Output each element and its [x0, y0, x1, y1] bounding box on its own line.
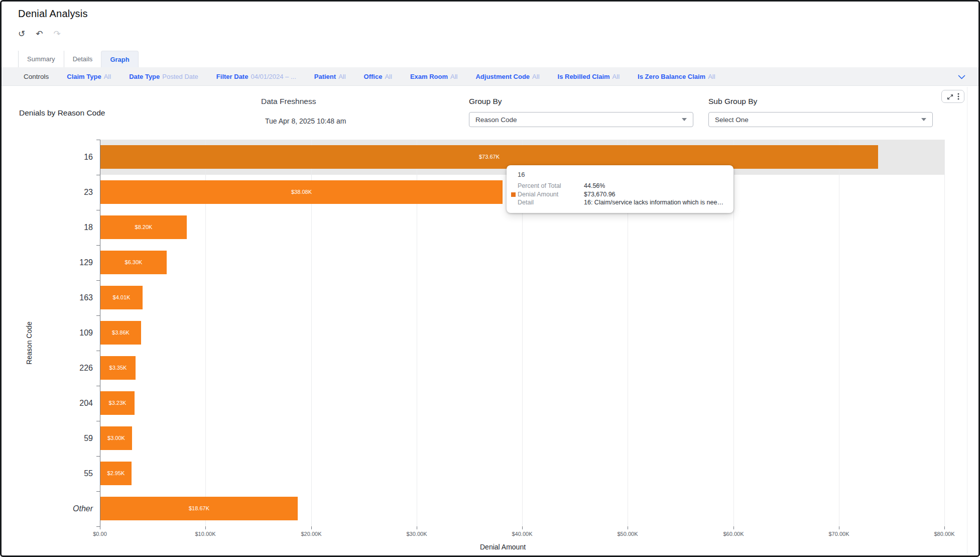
- tab-summary[interactable]: Summary: [18, 51, 64, 67]
- x-axis-tick-label: $80.00K: [923, 531, 965, 537]
- x-axis-tick: [944, 526, 945, 529]
- x-axis-tick-label: $20.00K: [290, 531, 332, 537]
- x-axis-tick: [311, 526, 312, 529]
- x-axis-tick: [205, 526, 206, 529]
- kebab-menu-icon[interactable]: [957, 93, 959, 100]
- bar-204[interactable]: [100, 391, 135, 415]
- x-axis-tick: [417, 526, 417, 529]
- tooltip-row-label: Denial Amount: [518, 190, 584, 199]
- filter-date-type[interactable]: Date TypePosted Date: [129, 73, 198, 80]
- filter-name: Claim Type: [67, 73, 101, 80]
- tab-details[interactable]: Details: [64, 51, 101, 67]
- sub-group-by-label: Sub Group By: [708, 97, 757, 106]
- filter-office[interactable]: OfficeAll: [364, 73, 392, 80]
- filter-value: All: [532, 73, 539, 80]
- chart-tooltip: 16 Percent of Total44.56%Denial Amount$7…: [507, 165, 733, 213]
- x-axis-tick-label: $50.00K: [606, 531, 649, 537]
- x-axis-tick-label: $40.00K: [501, 531, 543, 537]
- filter-adjustment-code[interactable]: Adjustment CodeAll: [475, 73, 539, 80]
- bar-other[interactable]: [100, 497, 298, 520]
- tab-graph[interactable]: Graph: [101, 51, 138, 67]
- filter-exam-room[interactable]: Exam RoomAll: [410, 73, 458, 80]
- filter-filter-date[interactable]: Filter Date04/01/2024 – ...: [216, 73, 296, 80]
- filter-name: Is Zero Balance Claim: [638, 73, 705, 80]
- filter-value: 04/01/2024 – ...: [251, 73, 296, 80]
- filter-name: Exam Room: [410, 73, 448, 80]
- bar-59[interactable]: [100, 426, 132, 450]
- chart-widget-title: Denials by Reason Code: [19, 108, 105, 118]
- filter-is-zero-balance-claim[interactable]: Is Zero Balance ClaimAll: [638, 73, 715, 80]
- y-axis-tick: [96, 491, 100, 492]
- x-axis-tick: [628, 526, 628, 529]
- bar-163[interactable]: [100, 286, 143, 309]
- filter-value: All: [708, 73, 715, 80]
- tooltip-row: Detail16: Claim/service lacks informatio…: [518, 198, 726, 207]
- y-axis-tick: [96, 526, 100, 527]
- data-freshness-value: Tue Apr 8, 2025 10:48 am: [265, 117, 346, 125]
- filter-name: Date Type: [129, 73, 160, 80]
- y-axis-tick: [96, 210, 100, 210]
- y-axis-tick: [96, 140, 100, 140]
- y-axis-label-16: 16: [50, 152, 93, 162]
- series-swatch-icon: [511, 192, 516, 197]
- group-by-selected-value: Reason Code: [475, 116, 517, 124]
- tooltip-row: Percent of Total44.56%: [518, 182, 726, 190]
- bar-226[interactable]: [100, 356, 136, 380]
- filter-value: All: [450, 73, 457, 80]
- bar-23[interactable]: [100, 180, 503, 204]
- expand-icon[interactable]: [947, 93, 953, 100]
- controls-collapse-chevron-icon[interactable]: [958, 73, 965, 81]
- x-axis-tick: [733, 526, 734, 529]
- tooltip-title: 16: [518, 171, 726, 178]
- filter-patient[interactable]: PatientAll: [314, 73, 346, 80]
- tooltip-row-value: 16: Claim/service lacks information whic…: [584, 198, 726, 207]
- redo-icon: ↷: [54, 30, 61, 38]
- reset-icon[interactable]: ↺: [18, 30, 25, 38]
- group-by-dropdown[interactable]: Reason Code: [469, 112, 693, 127]
- tooltip-rows: Percent of Total44.56%Denial Amount$73,6…: [518, 182, 726, 207]
- y-axis-label-109: 109: [50, 328, 93, 338]
- tooltip-row-label: Percent of Total: [518, 182, 584, 190]
- y-axis-tick: [96, 456, 100, 457]
- dropdown-caret-icon: [682, 118, 687, 121]
- tooltip-row-value: 44.56%: [584, 182, 605, 190]
- bar-109[interactable]: [100, 321, 141, 345]
- x-axis-tick-label: $10.00K: [184, 531, 226, 537]
- sub-group-by-dropdown[interactable]: Select One: [708, 112, 933, 127]
- bar-129[interactable]: [100, 251, 167, 274]
- panel-edge-divider: [967, 87, 967, 553]
- tooltip-row-label: Detail: [518, 198, 584, 207]
- tooltip-row: Denial Amount$73,670.96: [518, 190, 726, 199]
- filter-is-rebilled-claim[interactable]: Is Rebilled ClaimAll: [558, 73, 620, 80]
- filter-name: Adjustment Code: [475, 73, 530, 80]
- data-freshness-label: Data Freshness: [261, 97, 316, 106]
- y-axis-label-55: 55: [50, 469, 93, 479]
- x-axis-tick-label: $0.00: [79, 531, 121, 537]
- y-axis-label-129: 129: [50, 258, 93, 268]
- y-axis-title: Reason Code: [25, 305, 33, 381]
- filter-name: Patient: [314, 73, 336, 80]
- denial-analysis-window: Denial Analysis ↺ ↶ ↷ SummaryDetailsGrap…: [0, 0, 980, 557]
- y-axis-tick: [96, 175, 100, 175]
- toolbar: ↺ ↶ ↷: [18, 30, 61, 38]
- bar-18[interactable]: [100, 215, 187, 239]
- undo-icon[interactable]: ↶: [36, 30, 43, 38]
- filter-value: All: [104, 73, 111, 80]
- tab-bar: SummaryDetailsGraph: [18, 51, 139, 67]
- bar-16[interactable]: [100, 145, 878, 169]
- controls-bar: Controls Claim TypeAllDate TypePosted Da…: [2, 67, 978, 86]
- x-axis-title: Denial Amount: [480, 543, 526, 551]
- y-axis-tick: [96, 245, 100, 246]
- tooltip-row-value: $73,670.96: [584, 190, 616, 199]
- widget-actions: [941, 90, 964, 103]
- x-axis-tick: [522, 526, 523, 529]
- bar-55[interactable]: [100, 462, 132, 485]
- y-axis-label-23: 23: [50, 187, 93, 197]
- y-axis-tick: [96, 421, 100, 421]
- x-axis-tick-label: $30.00K: [396, 531, 438, 537]
- filter-claim-type[interactable]: Claim TypeAll: [67, 73, 111, 80]
- controls-label: Controls: [24, 73, 49, 80]
- filter-value: All: [338, 73, 345, 80]
- gridline: [839, 140, 839, 526]
- sub-group-by-selected-value: Select One: [715, 116, 749, 124]
